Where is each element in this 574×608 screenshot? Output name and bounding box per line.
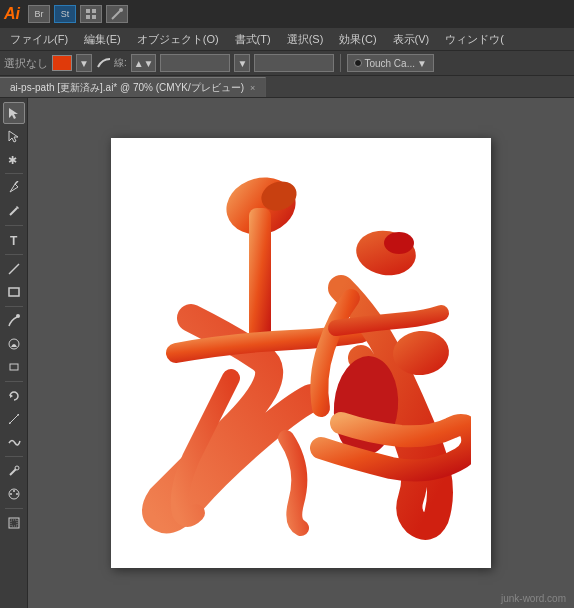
svg-line-20: [10, 469, 16, 475]
eyedropper-tool[interactable]: [3, 460, 25, 482]
tab-label: ai-ps-path [更新済み].ai* @ 70% (CMYK/プレビュー): [10, 81, 244, 95]
svg-text:✱: ✱: [8, 154, 17, 166]
watermark: junk-word.com: [501, 593, 566, 604]
svg-point-25: [16, 493, 18, 495]
stroke-up-down[interactable]: ▲▼: [131, 54, 157, 72]
artboard-tool[interactable]: [3, 512, 25, 534]
svg-rect-2: [86, 15, 90, 19]
direct-select-tool[interactable]: [3, 125, 25, 147]
menu-file[interactable]: ファイル(F): [2, 30, 76, 49]
svg-line-7: [15, 181, 18, 184]
svg-rect-27: [11, 520, 17, 526]
svg-rect-1: [92, 9, 96, 13]
menu-view[interactable]: 表示(V): [385, 30, 438, 49]
svg-line-11: [9, 264, 19, 274]
svg-line-4: [112, 11, 120, 19]
tool-separator-5: [5, 381, 23, 382]
active-tab[interactable]: ai-ps-path [更新済み].ai* @ 70% (CMYK/プレビュー)…: [0, 77, 266, 97]
svg-point-23: [10, 493, 12, 495]
scale-tool[interactable]: [3, 408, 25, 430]
svg-point-13: [16, 314, 20, 318]
svg-marker-16: [10, 394, 13, 398]
tab-bar: ai-ps-path [更新済み].ai* @ 70% (CMYK/プレビュー)…: [0, 76, 574, 98]
toolbar-separator: [340, 54, 341, 72]
svg-rect-0: [86, 9, 90, 13]
svg-point-24: [13, 490, 15, 492]
touch-label: Touch Ca...: [364, 58, 415, 69]
svg-point-21: [15, 466, 19, 470]
select-label: 選択なし: [4, 56, 48, 71]
menu-effect[interactable]: 効果(C): [331, 30, 384, 49]
kanji-artwork: [131, 158, 471, 548]
touch-arrow: ▼: [417, 58, 427, 69]
stroke-value-input[interactable]: [160, 54, 230, 72]
brush-icon-btn[interactable]: [106, 5, 128, 23]
brush-tool[interactable]: [3, 310, 25, 332]
menu-select[interactable]: 選択(S): [279, 30, 332, 49]
select-tool[interactable]: [3, 102, 25, 124]
pen-tool[interactable]: [3, 177, 25, 199]
svg-point-5: [119, 8, 123, 12]
eraser-tool[interactable]: [3, 356, 25, 378]
menu-edit[interactable]: 編集(E): [76, 30, 129, 49]
st-icon-btn[interactable]: St: [54, 5, 76, 23]
svg-line-8: [10, 208, 17, 215]
svg-rect-12: [9, 288, 19, 296]
main-layout: ✱ T: [0, 98, 574, 608]
grid-icon-btn[interactable]: [80, 5, 102, 23]
menu-type[interactable]: 書式(T): [227, 30, 279, 49]
app-logo: Ai: [4, 5, 20, 23]
stroke-width-input[interactable]: [254, 54, 334, 72]
br-icon-btn[interactable]: Br: [28, 5, 50, 23]
touch-circle: [354, 59, 362, 67]
color-swatch[interactable]: [52, 55, 72, 71]
svg-rect-26: [9, 518, 19, 528]
svg-rect-3: [92, 15, 96, 19]
svg-rect-15: [10, 364, 18, 370]
title-bar: Ai Br St: [0, 0, 574, 28]
canvas-area[interactable]: junk-word.com: [28, 98, 574, 608]
tab-close-btn[interactable]: ×: [250, 83, 255, 93]
tool-separator-3: [5, 254, 23, 255]
tool-separator-4: [5, 306, 23, 307]
tools-panel: ✱ T: [0, 98, 28, 608]
svg-point-31: [353, 226, 420, 280]
stroke-dropdown[interactable]: ▼: [234, 54, 250, 72]
type-tool[interactable]: T: [3, 229, 25, 251]
svg-point-32: [384, 232, 414, 254]
stroke-label: 線:: [114, 56, 127, 70]
line-tool[interactable]: [3, 258, 25, 280]
tool-separator-6: [5, 456, 23, 457]
svg-line-17: [9, 414, 19, 424]
rotate-tool[interactable]: [3, 385, 25, 407]
rect-tool[interactable]: [3, 281, 25, 303]
blob-brush-tool[interactable]: [3, 333, 25, 355]
menu-window[interactable]: ウィンドウ(: [437, 30, 512, 49]
warp-tool[interactable]: [3, 431, 25, 453]
tool-separator-2: [5, 225, 23, 226]
menu-object[interactable]: オブジェクト(O): [129, 30, 227, 49]
canvas-container: [111, 138, 491, 568]
symbol-tool[interactable]: [3, 483, 25, 505]
tool-separator-7: [5, 508, 23, 509]
menu-bar: ファイル(F) 編集(E) オブジェクト(O) 書式(T) 選択(S) 効果(C…: [0, 28, 574, 50]
brush-stroke-icon: [96, 55, 112, 71]
svg-rect-30: [249, 208, 271, 348]
toolbar: 選択なし ▼ 線: ▲▼ ▼ Touch Ca... ▼: [0, 50, 574, 76]
svg-text:T: T: [10, 234, 18, 247]
lasso-tool[interactable]: ✱: [3, 148, 25, 170]
tool-separator-1: [5, 173, 23, 174]
color-dropdown[interactable]: ▼: [76, 54, 92, 72]
touch-btn[interactable]: Touch Ca... ▼: [347, 54, 434, 72]
pencil-tool[interactable]: [3, 200, 25, 222]
